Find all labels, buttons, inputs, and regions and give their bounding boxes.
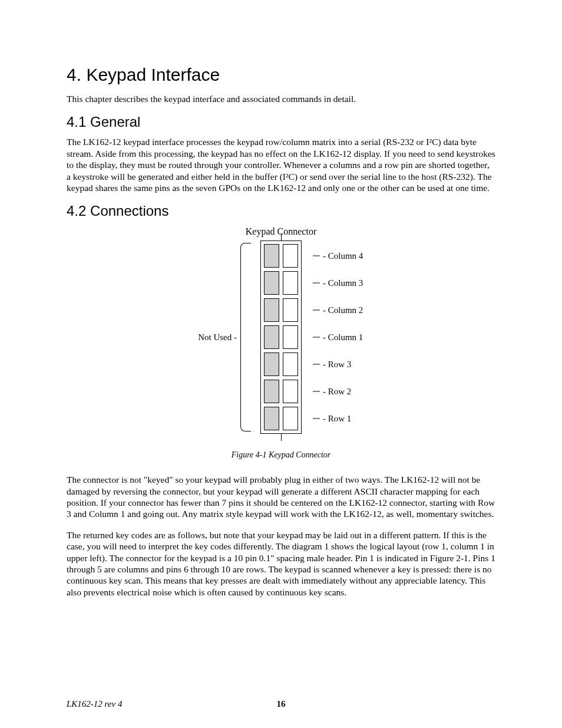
- pin-label: Column 4: [313, 251, 363, 261]
- pin-right: [283, 353, 298, 376]
- chapter-number: 4.: [67, 65, 81, 84]
- pin-right: [283, 325, 298, 349]
- pin-label: Row 1: [313, 414, 351, 424]
- top-tick-icon: [281, 233, 282, 241]
- pin-right: [283, 407, 298, 430]
- connections-paragraph-1: The connector is not "keyed" so your key…: [67, 474, 495, 520]
- pin-right: [283, 298, 298, 322]
- pin-left: [264, 407, 279, 430]
- section-number: 4.1: [67, 114, 86, 130]
- pin-row: Column 2: [262, 297, 300, 324]
- intro-paragraph: This chapter describes the keypad interf…: [67, 93, 495, 104]
- bottom-tick-icon: [281, 434, 282, 441]
- pin-label: Column 2: [313, 305, 363, 315]
- not-used-label: Not Used -: [198, 332, 237, 342]
- pin-right: [283, 271, 298, 295]
- section-4-2-heading: 4.2 Connections: [67, 203, 495, 219]
- pin-left: [264, 353, 279, 376]
- section-4-1-heading: 4.1 General: [67, 114, 495, 130]
- connector-assembly: Not Used - Column 4 Colu: [260, 241, 302, 434]
- pin-row: Column 4: [262, 242, 300, 269]
- pin-row: Row 1: [262, 405, 300, 432]
- chapter-title: Keypad Interface: [86, 65, 220, 84]
- general-paragraph: The LK162-12 keypad interface processes …: [67, 136, 495, 193]
- figure-caption: Figure 4-1 Keypad Connector: [67, 450, 495, 460]
- pin-right: [283, 244, 298, 268]
- pin-label: Row 2: [313, 387, 351, 397]
- curly-bracket-icon: [240, 243, 251, 431]
- pin-left: [264, 271, 279, 295]
- pin-left: [264, 380, 279, 403]
- tick-icon: [313, 309, 320, 311]
- pin-left: [264, 244, 279, 268]
- pin-label: Column 1: [313, 332, 363, 342]
- tick-icon: [313, 391, 320, 392]
- pin-row: Column 3: [262, 269, 300, 297]
- chapter-heading: 4. Keypad Interface: [67, 65, 495, 85]
- tick-icon: [313, 364, 320, 365]
- pin-left: [264, 298, 279, 322]
- pin-label: Column 3: [313, 278, 363, 288]
- left-bracket-area: Not Used -: [187, 241, 260, 434]
- diagram-wrapper: Keypad Connector Not Used - Column 4: [246, 226, 316, 434]
- pin-label: Row 3: [313, 360, 351, 370]
- page-footer: LK162-12 rev 4 16: [67, 699, 495, 709]
- connections-paragraph-2: The returned key codes are as follows, b…: [67, 529, 495, 598]
- pin-right: [283, 380, 298, 403]
- pin-row: Row 3: [262, 351, 300, 378]
- tick-icon: [313, 282, 320, 284]
- figure-keypad-connector: Keypad Connector Not Used - Column 4: [67, 225, 495, 460]
- connector-outline: Column 4 Column 3 Column 2: [260, 241, 302, 434]
- page: 4. Keypad Interface This chapter describ…: [0, 0, 562, 728]
- tick-icon: [313, 255, 320, 256]
- pin-row: Row 2: [262, 378, 300, 405]
- tick-icon: [313, 337, 320, 338]
- pin-row: Column 1: [262, 324, 300, 351]
- section-title: Connections: [90, 203, 168, 219]
- section-title: General: [90, 114, 140, 130]
- tick-icon: [313, 418, 320, 419]
- section-number: 4.2: [67, 203, 86, 219]
- footer-page-number: 16: [67, 699, 495, 709]
- pin-left: [264, 325, 279, 349]
